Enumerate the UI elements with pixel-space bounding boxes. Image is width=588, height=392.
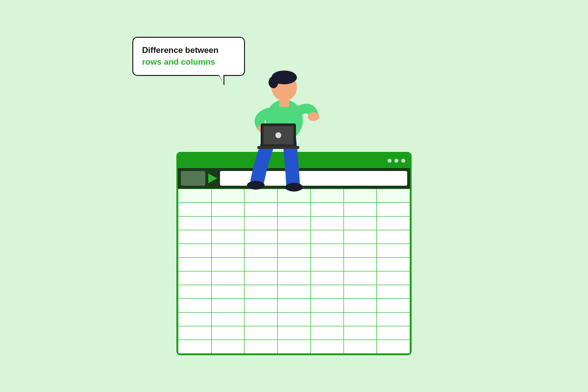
table-row [178,203,410,217]
table-cell [211,258,245,271]
table-cell [377,299,410,313]
table-cell [178,244,212,258]
svg-point-2 [269,76,278,88]
table-cell [211,326,245,340]
toolbar-arrow-icon [208,173,217,183]
table-cell [343,299,377,313]
table-cell [377,230,410,244]
window-dot-3 [401,159,405,163]
bubble-line1: Difference between [142,46,219,55]
svg-rect-6 [279,98,289,107]
table-cell [311,340,344,354]
table-cell [211,244,245,258]
table-cell [211,285,245,299]
bubble-line2: rows and columns [142,57,215,67]
table-cell [245,258,278,271]
svg-point-4 [308,112,319,121]
table-cell [343,326,377,340]
spreadsheet-table [178,189,410,354]
table-cell [245,285,278,299]
table-cell [377,258,410,271]
table-cell [178,326,212,340]
table-cell [245,326,278,340]
table-cell [245,313,278,326]
table-cell [343,313,377,326]
table-cell [211,230,245,244]
table-cell [343,258,377,271]
table-cell [211,271,245,285]
table-cell [277,326,311,340]
table-cell [211,313,245,326]
table-cell [211,340,245,354]
table-cell [211,217,245,230]
table-cell [343,244,377,258]
table-cell [178,258,212,271]
table-cell [277,271,311,285]
table-row [178,326,410,340]
table-cell [245,230,278,244]
table-cell [277,258,311,271]
table-cell [343,285,377,299]
table-cell [178,217,212,230]
table-cell [343,189,377,203]
toolbar-cell [181,171,205,186]
table-cell [377,217,410,230]
table-cell [343,230,377,244]
table-cell [311,326,344,340]
table-cell [211,203,245,217]
table-cell [377,313,410,326]
table-row [178,230,410,244]
table-cell [245,244,278,258]
table-cell [377,285,410,299]
table-cell [311,285,344,299]
svg-point-7 [247,181,265,190]
table-cell [377,189,410,203]
table-row [178,244,410,258]
person-svg [235,69,323,196]
table-cell [178,189,212,203]
table-cell [343,340,377,354]
table-row [178,299,410,313]
table-cell [245,340,278,354]
table-cell [178,285,212,299]
table-cell [245,203,278,217]
table-cell [343,217,377,230]
table-cell [178,313,212,326]
main-scene: Difference between rows and columns [122,37,466,355]
table-cell [311,271,344,285]
table-cell [245,271,278,285]
window-dot-1 [388,159,392,163]
table-cell [311,258,344,271]
table-cell [178,230,212,244]
window-dot-2 [394,159,398,163]
table-cell [277,203,311,217]
table-cell [343,203,377,217]
table-cell [377,326,410,340]
table-cell [311,203,344,217]
table-row [178,285,410,299]
table-cell [178,340,212,354]
table-cell [245,299,278,313]
svg-point-8 [285,183,303,192]
table-cell [277,217,311,230]
table-cell [311,230,344,244]
table-row [178,340,410,354]
table-row [178,217,410,230]
table-cell [178,299,212,313]
table-cell [377,340,410,354]
svg-rect-13 [257,146,299,149]
table-row [178,313,410,326]
table-row [178,271,410,285]
speech-bubble: Difference between rows and columns [132,37,245,76]
table-cell [311,217,344,230]
table-cell [311,313,344,326]
table-cell [377,244,410,258]
table-cell [277,244,311,258]
person-illustration [235,69,323,196]
table-cell [377,203,410,217]
table-cell [277,340,311,354]
svg-point-12 [275,132,281,138]
table-cell [178,271,212,285]
table-cell [277,230,311,244]
table-cell [211,299,245,313]
